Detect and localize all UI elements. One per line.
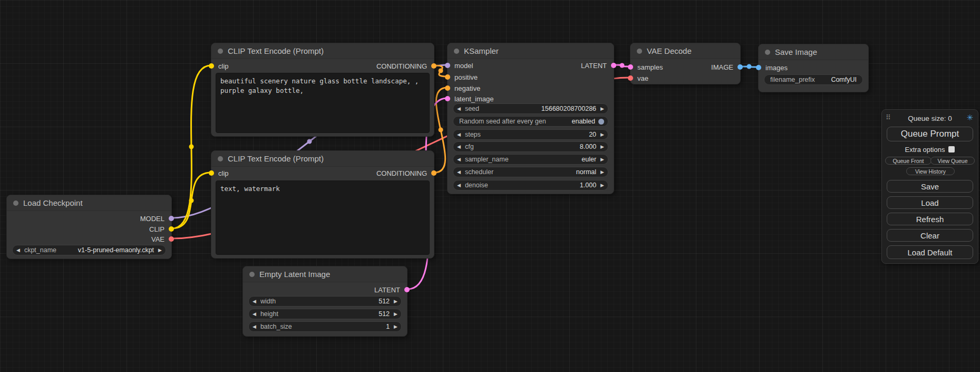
view-queue-button[interactable]: View Queue <box>930 157 975 165</box>
input-slot-negative[interactable] <box>445 85 450 91</box>
input-label-images: images <box>765 64 788 72</box>
input-slot-images[interactable] <box>756 65 761 70</box>
node-collapse-dot[interactable] <box>765 50 770 55</box>
increment-arrow-icon[interactable]: ▶ <box>600 157 604 162</box>
output-slot-latent[interactable] <box>611 63 616 68</box>
node-title-bar[interactable]: Save Image <box>759 44 868 60</box>
width-widget[interactable]: ◀ width 512 ▶ <box>248 296 402 307</box>
increment-arrow-icon[interactable]: ▶ <box>394 325 397 329</box>
increment-arrow-icon[interactable]: ▶ <box>600 132 604 137</box>
input-label-positive: positive <box>454 73 478 81</box>
output-slot-clip[interactable] <box>169 226 174 232</box>
extra-options-checkbox[interactable] <box>948 146 955 152</box>
output-slot-vae[interactable] <box>169 236 174 242</box>
io-row-samples-image: samples IMAGE <box>630 62 740 72</box>
refresh-button[interactable]: Refresh <box>887 213 973 225</box>
increment-arrow-icon[interactable]: ▶ <box>600 145 604 149</box>
wire-midpoint-dot <box>620 63 625 68</box>
output-row-latent: LATENT <box>243 284 407 295</box>
node-ksampler[interactable]: KSampler model LATENT positive negative … <box>447 43 614 194</box>
node-empty-latent-image[interactable]: Empty Latent Image LATENT ◀ width 512 ▶ … <box>242 266 407 337</box>
output-label-latent: LATENT <box>374 286 400 294</box>
filename-prefix-widget[interactable]: filename_prefix ComfyUI <box>764 74 863 85</box>
decrement-arrow-icon[interactable]: ◀ <box>253 299 256 304</box>
node-collapse-dot[interactable] <box>218 49 223 54</box>
queue-prompt-button[interactable]: Queue Prompt <box>887 127 973 141</box>
steps-widget[interactable]: ◀ steps 20 ▶ <box>453 129 608 140</box>
output-label-model: MODEL <box>140 215 164 223</box>
increment-arrow-icon[interactable]: ▶ <box>600 170 604 175</box>
ckpt-name-widget[interactable]: ◀ ckpt_name v1-5-pruned-emaonly.ckpt ▶ <box>12 245 166 255</box>
decrement-arrow-icon[interactable]: ◀ <box>16 248 20 253</box>
node-title-bar[interactable]: Load Checkpoint <box>7 195 171 211</box>
node-collapse-dot[interactable] <box>637 49 642 54</box>
input-slot-samples[interactable] <box>628 64 633 70</box>
node-collapse-dot[interactable] <box>249 272 255 277</box>
node-collapse-dot[interactable] <box>218 156 223 161</box>
widget-label: cfg <box>465 143 571 150</box>
load-button[interactable]: Load <box>887 196 973 209</box>
node-title-bar[interactable]: VAE Decode <box>630 43 740 59</box>
clear-button[interactable]: Clear <box>887 229 973 242</box>
widget-label: scheduler <box>465 168 568 176</box>
positive-prompt-textarea[interactable]: beautiful scenery nature glass bottle la… <box>216 73 430 133</box>
scheduler-widget[interactable]: ◀ scheduler normal ▶ <box>453 167 608 177</box>
output-slot-conditioning[interactable] <box>431 63 436 69</box>
increment-arrow-icon[interactable]: ▶ <box>394 312 397 317</box>
batch-size-widget[interactable]: ◀ batch_size 1 ▶ <box>248 321 402 332</box>
output-slot-model[interactable] <box>169 216 174 221</box>
input-slot-clip[interactable] <box>209 170 214 176</box>
decrement-arrow-icon[interactable]: ◀ <box>457 170 461 175</box>
denoise-widget[interactable]: ◀ denoise 1.000 ▶ <box>453 180 608 190</box>
load-default-button[interactable]: Load Default <box>887 245 973 259</box>
output-label-latent: LATENT <box>581 62 607 70</box>
input-slot-latent-image[interactable] <box>445 96 450 101</box>
save-button[interactable]: Save <box>887 180 973 193</box>
node-save-image[interactable]: Save Image images filename_prefix ComfyU… <box>758 44 869 92</box>
decrement-arrow-icon[interactable]: ◀ <box>253 312 256 317</box>
toggle-dot-icon[interactable] <box>598 119 604 125</box>
node-title-bar[interactable]: Empty Latent Image <box>243 266 407 282</box>
increment-arrow-icon[interactable]: ▶ <box>600 183 604 188</box>
input-slot-vae[interactable] <box>628 75 633 81</box>
output-slot-conditioning[interactable] <box>431 170 436 176</box>
view-history-button[interactable]: View History <box>906 167 955 175</box>
node-clip-text-encode-negative[interactable]: CLIP Text Encode (Prompt) clip CONDITION… <box>211 150 434 259</box>
input-slot-model[interactable] <box>445 63 450 68</box>
input-slot-clip[interactable] <box>209 63 214 69</box>
wire-midpoint-dot <box>307 139 312 144</box>
decrement-arrow-icon[interactable]: ◀ <box>457 145 461 149</box>
decrement-arrow-icon[interactable]: ◀ <box>457 132 461 137</box>
node-title-bar[interactable]: CLIP Text Encode (Prompt) <box>211 151 434 167</box>
io-row-model-latent: model LATENT <box>448 60 614 71</box>
decrement-arrow-icon[interactable]: ◀ <box>457 107 461 111</box>
cfg-widget[interactable]: ◀ cfg 8.000 ▶ <box>453 141 608 152</box>
node-title-bar[interactable]: CLIP Text Encode (Prompt) <box>211 43 434 59</box>
seed-widget[interactable]: ◀ seed 156680208700286 ▶ <box>453 103 608 114</box>
output-slot-image[interactable] <box>738 64 743 70</box>
decrement-arrow-icon[interactable]: ◀ <box>457 157 461 162</box>
queue-front-button[interactable]: Queue Front <box>885 157 932 165</box>
node-title-bar[interactable]: KSampler <box>448 43 614 59</box>
node-collapse-dot[interactable] <box>13 201 18 206</box>
negative-prompt-textarea[interactable]: text, watermark <box>216 180 430 255</box>
decrement-arrow-icon[interactable]: ◀ <box>253 325 256 329</box>
sampler-name-widget[interactable]: ◀ sampler_name euler ▶ <box>453 154 608 165</box>
widget-value: 512 <box>379 310 390 318</box>
node-load-checkpoint[interactable]: Load Checkpoint MODEL CLIP VAE ◀ ckpt_na… <box>6 195 172 259</box>
widget-value: 156680208700286 <box>541 105 596 112</box>
height-widget[interactable]: ◀ height 512 ▶ <box>248 309 402 319</box>
increment-arrow-icon[interactable]: ▶ <box>600 107 604 111</box>
decrement-arrow-icon[interactable]: ◀ <box>457 183 461 188</box>
increment-arrow-icon[interactable]: ▶ <box>158 248 162 253</box>
input-label-negative: negative <box>454 84 480 92</box>
random-seed-toggle-widget[interactable]: Random seed after every gen enabled <box>453 116 608 127</box>
node-vae-decode[interactable]: VAE Decode samples IMAGE vae <box>630 43 741 84</box>
settings-gear-icon[interactable]: ✳ <box>966 113 973 122</box>
node-collapse-dot[interactable] <box>454 49 459 54</box>
node-clip-text-encode-positive[interactable]: CLIP Text Encode (Prompt) clip CONDITION… <box>211 43 434 137</box>
widget-label: height <box>260 310 370 318</box>
output-slot-latent[interactable] <box>404 287 410 292</box>
increment-arrow-icon[interactable]: ▶ <box>394 299 397 304</box>
input-slot-positive[interactable] <box>445 74 450 80</box>
